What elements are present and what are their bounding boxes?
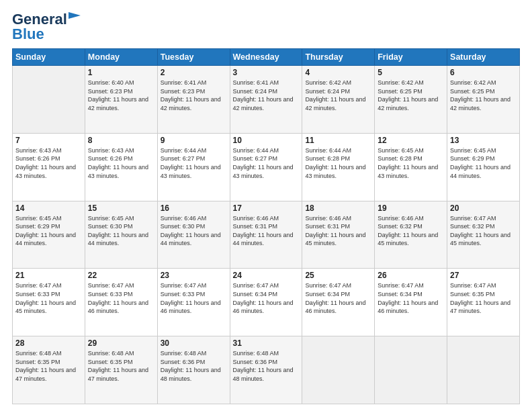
day-header-sunday: Sunday: [13, 49, 85, 66]
calendar-cell: 20Sunrise: 6:47 AMSunset: 6:32 PMDayligh…: [447, 201, 520, 269]
day-info: Sunrise: 6:42 AMSunset: 6:25 PMDaylight:…: [378, 79, 444, 112]
day-number: 11: [305, 136, 371, 145]
day-number: 24: [233, 271, 300, 280]
day-info: Sunrise: 6:45 AMSunset: 6:29 PMDaylight:…: [15, 214, 82, 248]
day-info: Sunrise: 6:47 AMSunset: 6:35 PMDaylight:…: [450, 281, 517, 315]
logo: General Blue: [12, 12, 81, 42]
day-header-thursday: Thursday: [302, 49, 375, 66]
day-number: 14: [15, 203, 82, 213]
calendar-cell: 10Sunrise: 6:44 AMSunset: 6:27 PMDayligh…: [230, 133, 302, 201]
calendar-cell: 12Sunrise: 6:45 AMSunset: 6:28 PMDayligh…: [375, 133, 447, 201]
day-info: Sunrise: 6:46 AMSunset: 6:31 PMDaylight:…: [305, 214, 371, 248]
week-row-1: 1Sunrise: 6:40 AMSunset: 6:23 PMDaylight…: [13, 66, 520, 134]
day-number: 30: [161, 338, 227, 348]
day-header-tuesday: Tuesday: [157, 49, 230, 66]
calendar-cell: 25Sunrise: 6:47 AMSunset: 6:34 PMDayligh…: [302, 269, 375, 336]
calendar-cell: 21Sunrise: 6:47 AMSunset: 6:33 PMDayligh…: [13, 269, 85, 336]
header: General Blue: [12, 12, 520, 42]
day-info: Sunrise: 6:48 AMSunset: 6:36 PMDaylight:…: [161, 349, 227, 383]
day-info: Sunrise: 6:46 AMSunset: 6:32 PMDaylight:…: [378, 214, 444, 248]
day-number: 27: [450, 271, 517, 280]
day-number: 5: [378, 68, 444, 77]
day-info: Sunrise: 6:47 AMSunset: 6:34 PMDaylight:…: [305, 281, 371, 315]
calendar-cell: 30Sunrise: 6:48 AMSunset: 6:36 PMDayligh…: [157, 336, 230, 404]
day-number: 2: [161, 68, 227, 77]
day-info: Sunrise: 6:45 AMSunset: 6:29 PMDaylight:…: [450, 146, 517, 180]
day-number: 6: [450, 68, 517, 77]
day-info: Sunrise: 6:44 AMSunset: 6:28 PMDaylight:…: [305, 146, 371, 180]
calendar-cell: 23Sunrise: 6:47 AMSunset: 6:33 PMDayligh…: [157, 269, 230, 336]
calendar-cell: 26Sunrise: 6:47 AMSunset: 6:34 PMDayligh…: [375, 269, 447, 336]
day-number: 10: [233, 136, 300, 145]
calendar-header-row: SundayMondayTuesdayWednesdayThursdayFrid…: [13, 49, 520, 66]
day-info: Sunrise: 6:45 AMSunset: 6:30 PMDaylight:…: [88, 214, 154, 248]
day-number: 9: [161, 136, 227, 145]
calendar-cell: 24Sunrise: 6:47 AMSunset: 6:34 PMDayligh…: [230, 269, 302, 336]
calendar-cell: 16Sunrise: 6:46 AMSunset: 6:30 PMDayligh…: [157, 201, 230, 269]
day-info: Sunrise: 6:42 AMSunset: 6:25 PMDaylight:…: [450, 79, 517, 112]
day-header-saturday: Saturday: [447, 49, 520, 66]
calendar-cell: 18Sunrise: 6:46 AMSunset: 6:31 PMDayligh…: [302, 201, 375, 269]
day-number: 16: [161, 203, 227, 213]
day-info: Sunrise: 6:46 AMSunset: 6:31 PMDaylight:…: [233, 214, 300, 248]
calendar-cell: 9Sunrise: 6:44 AMSunset: 6:27 PMDaylight…: [157, 133, 230, 201]
logo-text-blue: Blue: [12, 26, 44, 42]
day-number: 17: [233, 203, 300, 213]
day-number: 23: [161, 271, 227, 280]
calendar-cell: 29Sunrise: 6:48 AMSunset: 6:35 PMDayligh…: [85, 336, 157, 404]
week-row-2: 7Sunrise: 6:43 AMSunset: 6:26 PMDaylight…: [13, 133, 520, 201]
svg-marker-0: [69, 12, 81, 19]
day-info: Sunrise: 6:47 AMSunset: 6:33 PMDaylight:…: [161, 281, 227, 315]
calendar-cell: 19Sunrise: 6:46 AMSunset: 6:32 PMDayligh…: [375, 201, 447, 269]
day-number: 13: [450, 136, 517, 145]
calendar-cell: 3Sunrise: 6:41 AMSunset: 6:24 PMDaylight…: [230, 66, 302, 134]
week-row-3: 14Sunrise: 6:45 AMSunset: 6:29 PMDayligh…: [13, 201, 520, 269]
week-row-5: 28Sunrise: 6:48 AMSunset: 6:35 PMDayligh…: [13, 336, 520, 404]
day-header-monday: Monday: [85, 49, 157, 66]
day-info: Sunrise: 6:47 AMSunset: 6:34 PMDaylight:…: [233, 281, 300, 315]
day-number: 20: [450, 203, 517, 213]
calendar-cell: [375, 336, 447, 404]
calendar-cell: [13, 66, 85, 134]
day-info: Sunrise: 6:41 AMSunset: 6:23 PMDaylight:…: [161, 79, 227, 112]
day-number: 25: [305, 271, 371, 280]
day-info: Sunrise: 6:42 AMSunset: 6:24 PMDaylight:…: [305, 79, 371, 112]
day-info: Sunrise: 6:47 AMSunset: 6:32 PMDaylight:…: [450, 214, 517, 248]
calendar-cell: 27Sunrise: 6:47 AMSunset: 6:35 PMDayligh…: [447, 269, 520, 336]
day-header-wednesday: Wednesday: [230, 49, 302, 66]
day-number: 31: [233, 338, 300, 348]
day-header-friday: Friday: [375, 49, 447, 66]
day-info: Sunrise: 6:47 AMSunset: 6:33 PMDaylight:…: [15, 281, 82, 315]
day-number: 22: [88, 271, 154, 280]
page: General Blue SundayMondayTuesdayWednesda…: [0, 0, 532, 411]
calendar-table: SundayMondayTuesdayWednesdayThursdayFrid…: [12, 48, 520, 404]
day-number: 7: [15, 136, 82, 145]
calendar-cell: 17Sunrise: 6:46 AMSunset: 6:31 PMDayligh…: [230, 201, 302, 269]
day-info: Sunrise: 6:46 AMSunset: 6:30 PMDaylight:…: [161, 214, 227, 248]
day-info: Sunrise: 6:40 AMSunset: 6:23 PMDaylight:…: [88, 79, 154, 112]
calendar-cell: 13Sunrise: 6:45 AMSunset: 6:29 PMDayligh…: [447, 133, 520, 201]
day-number: 15: [88, 203, 154, 213]
calendar-cell: 15Sunrise: 6:45 AMSunset: 6:30 PMDayligh…: [85, 201, 157, 269]
calendar-cell: 28Sunrise: 6:48 AMSunset: 6:35 PMDayligh…: [13, 336, 85, 404]
calendar-cell: 14Sunrise: 6:45 AMSunset: 6:29 PMDayligh…: [13, 201, 85, 269]
day-info: Sunrise: 6:48 AMSunset: 6:35 PMDaylight:…: [88, 349, 154, 383]
calendar-cell: 31Sunrise: 6:48 AMSunset: 6:36 PMDayligh…: [230, 336, 302, 404]
logo-flag-icon: [69, 12, 81, 21]
day-number: 8: [88, 136, 154, 145]
day-info: Sunrise: 6:47 AMSunset: 6:33 PMDaylight:…: [88, 281, 154, 315]
day-number: 26: [378, 271, 444, 280]
day-number: 18: [305, 203, 371, 213]
day-number: 28: [15, 338, 82, 348]
calendar-cell: 4Sunrise: 6:42 AMSunset: 6:24 PMDaylight…: [302, 66, 375, 134]
day-number: 1: [88, 68, 154, 77]
day-info: Sunrise: 6:43 AMSunset: 6:26 PMDaylight:…: [15, 146, 82, 180]
day-number: 12: [378, 136, 444, 145]
calendar-cell: 1Sunrise: 6:40 AMSunset: 6:23 PMDaylight…: [85, 66, 157, 134]
calendar-cell: 11Sunrise: 6:44 AMSunset: 6:28 PMDayligh…: [302, 133, 375, 201]
calendar-cell: 5Sunrise: 6:42 AMSunset: 6:25 PMDaylight…: [375, 66, 447, 134]
calendar-cell: 8Sunrise: 6:43 AMSunset: 6:26 PMDaylight…: [85, 133, 157, 201]
day-number: 19: [378, 203, 444, 213]
calendar-cell: 6Sunrise: 6:42 AMSunset: 6:25 PMDaylight…: [447, 66, 520, 134]
calendar-cell: 22Sunrise: 6:47 AMSunset: 6:33 PMDayligh…: [85, 269, 157, 336]
